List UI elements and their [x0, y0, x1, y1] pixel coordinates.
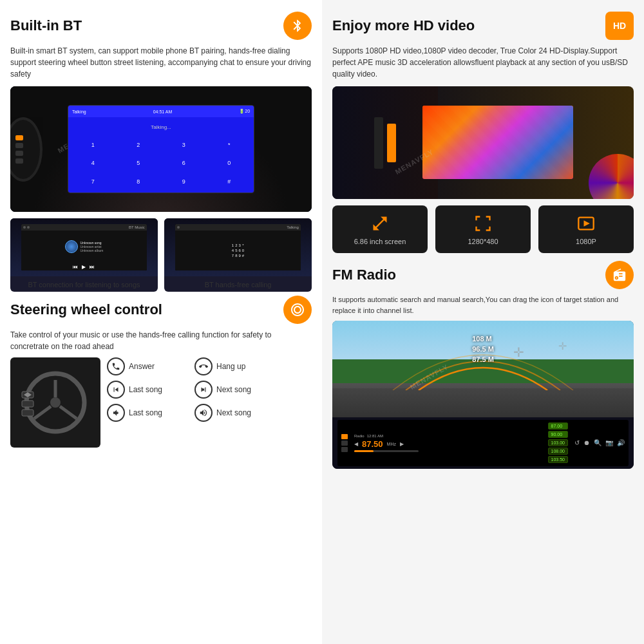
- vol-down-control: Last song: [107, 404, 184, 422]
- dial-key-hash[interactable]: #: [223, 176, 235, 187]
- fm-channel-2[interactable]: 90.00: [548, 431, 568, 438]
- hd-main-image: MENAVFLY: [332, 86, 634, 199]
- dial-key-9[interactable]: 9: [178, 176, 189, 187]
- vol-up-control: Next song: [194, 404, 272, 422]
- freq-labels: 108 M 96.5 M 87.5 M: [472, 335, 494, 363]
- cd-2: 2: [235, 243, 237, 247]
- cd-4: 4: [232, 249, 234, 252]
- music-topbar-text: BT Music: [129, 225, 145, 229]
- fm-bottom-icons: ↺ ⏺ 🔍 📷 🔊: [574, 439, 625, 446]
- hd-description: Supports 1080P HD video,1080P video deco…: [332, 45, 634, 80]
- fm-icon-2[interactable]: ⏺: [583, 439, 590, 446]
- fm-channel-5[interactable]: 103.50: [548, 456, 568, 463]
- fm-next-btn[interactable]: ▶: [400, 441, 404, 447]
- hd-colorful-screen: [422, 106, 573, 179]
- radio-icon: [612, 268, 627, 282]
- fm-screen-bottom: Radio 12:81 AM ◀ 87.50 MHz ▶: [332, 417, 634, 469]
- vol-down-icon: [107, 404, 125, 422]
- bt-sub-images: BT Music Unknown song Unknown artist Unk…: [10, 218, 312, 292]
- dial-key-4[interactable]: 4: [87, 158, 99, 168]
- svg-rect-7: [22, 410, 33, 416]
- vol-up-icon: [194, 404, 213, 422]
- fm-channel-3[interactable]: 103.00: [548, 439, 568, 446]
- fm-icon-1[interactable]: ↺: [574, 439, 580, 446]
- answer-label: Answer: [129, 362, 155, 371]
- hd-screen-visual: [332, 86, 634, 199]
- dial-pad: Talking... 1 2 3 * 4 5 6 0 7 8 9 #: [68, 117, 254, 193]
- expand-icon: [371, 214, 389, 232]
- cd-5: 5: [235, 249, 237, 252]
- steering-icon-badge: [283, 296, 312, 324]
- fm-image: ✛ ✛ 108 M 96.5 M 87.5 M: [332, 321, 634, 469]
- calling-body: 1 2 3 * 4 5 6 0 7 8 9 #: [175, 231, 301, 270]
- cd-3: 3: [238, 243, 240, 247]
- fm-channel-1[interactable]: 87.00: [548, 422, 568, 430]
- fm-channel-list: 87.00 90.00 103.00 108.00 103.50: [548, 422, 568, 463]
- fm-description: It supports automatic search and manual …: [332, 294, 634, 316]
- dial-key-0[interactable]: 0: [223, 158, 235, 168]
- skip-next-icon: [199, 385, 208, 394]
- fm-channel-4[interactable]: 108.00: [548, 448, 568, 455]
- fm-freq-row: Radio 12:81 AM: [354, 434, 419, 438]
- calling-screen-content: Talking 1 2 3 * 4 5 6 0 7: [175, 224, 301, 270]
- dial-key-3[interactable]: 3: [178, 140, 189, 150]
- screen-size-label: 6.86 inch screen: [354, 238, 406, 245]
- screen-time: 04:51 AM: [153, 109, 173, 114]
- dial-key-8[interactable]: 8: [133, 176, 144, 187]
- prev-icon[interactable]: ⏮: [73, 264, 78, 270]
- fm-road: [332, 388, 634, 417]
- fm-icon-badge: [605, 261, 634, 289]
- cd-hash: #: [242, 254, 244, 258]
- hd-title: Enjoy more HD video: [332, 17, 475, 34]
- bt-music-caption: BT connection for listening to songs: [10, 276, 158, 292]
- cd-6: 6: [238, 249, 240, 252]
- next-song-icon: [194, 381, 213, 399]
- music-album-art: [65, 240, 78, 253]
- fm-inner-screen: Radio 12:81 AM ◀ 87.50 MHz ▶: [337, 420, 629, 467]
- screen-icons: 🔋20: [239, 109, 250, 114]
- fm-progress-bar: [354, 450, 419, 452]
- fm-prev-btn[interactable]: ◀: [354, 441, 358, 447]
- steering-description: Take control of your music or use the ha…: [10, 329, 312, 352]
- next-song-label-2: Next song: [216, 408, 251, 417]
- fm-display: Radio 12:81 AM ◀ 87.50 MHz ▶: [354, 434, 419, 452]
- dial-key-star[interactable]: *: [223, 140, 235, 150]
- fm-ctrl-btn: [341, 434, 348, 439]
- music-controls: ⏮ ▶ ⏭: [21, 263, 147, 270]
- fm-ctrl-btn2: [341, 440, 348, 446]
- dial-key-5[interactable]: 5: [133, 158, 144, 168]
- bt-description: Built-in smart BT system, can support mo…: [10, 45, 312, 80]
- fm-icon-5[interactable]: 🔊: [617, 439, 625, 446]
- bt-music-screen: BT Music Unknown song Unknown artist Unk…: [10, 218, 158, 276]
- next-song-label-1: Next song: [216, 385, 251, 394]
- bt-icon-badge: [283, 12, 312, 40]
- fm-icon-4[interactable]: 📷: [605, 439, 613, 446]
- fm-section-header: FM Radio: [332, 261, 634, 289]
- fm-ctrl-btn3: [341, 447, 348, 452]
- fm-road-bg: ✛ ✛ 108 M 96.5 M 87.5 M: [332, 321, 634, 417]
- calling-topbar-text: Talking: [287, 225, 299, 229]
- play-icon[interactable]: ▶: [82, 264, 86, 270]
- music-info: Unknown song Unknown artist Unknown albu…: [80, 241, 104, 252]
- topbar-dot2: [27, 226, 30, 229]
- volume-up-icon: [199, 408, 208, 417]
- phone-icon: [111, 362, 120, 371]
- fm-left-controls: [341, 434, 348, 452]
- dial-key-1[interactable]: 1: [87, 140, 99, 150]
- music-album: Unknown album: [80, 249, 104, 252]
- answer-control: Answer: [107, 357, 184, 375]
- next-icon[interactable]: ⏭: [90, 264, 95, 270]
- side-buttons: [15, 135, 23, 164]
- svg-point-1: [50, 397, 61, 408]
- side-button-sim: [374, 117, 383, 169]
- fm-section: FM Radio It supports automatic search an…: [332, 261, 634, 469]
- screen-corners-icon: [474, 214, 492, 232]
- dial-key-2[interactable]: 2: [133, 140, 144, 150]
- control-row-1: Answer Hang up: [107, 357, 312, 375]
- bt-music-image: BT Music Unknown song Unknown artist Unk…: [10, 218, 158, 292]
- dial-key-6[interactable]: 6: [178, 158, 189, 168]
- bt-calling-screen: Talking 1 2 3 * 4 5 6 0 7: [164, 218, 312, 276]
- resolution-icon: [473, 213, 493, 234]
- fm-icon-3[interactable]: 🔍: [594, 439, 601, 446]
- dial-key-7[interactable]: 7: [87, 176, 99, 187]
